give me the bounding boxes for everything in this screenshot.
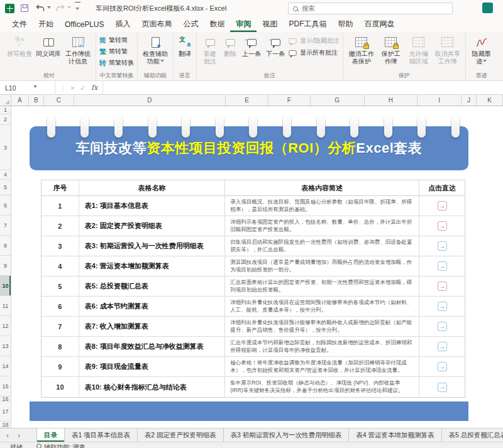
row-header[interactable]: 5 bbox=[0, 180, 11, 195]
row-no[interactable]: 4 bbox=[41, 256, 79, 276]
row-no[interactable]: 5 bbox=[41, 276, 79, 296]
account-avatar[interactable] bbox=[482, 3, 493, 13]
row-header[interactable]: 15 bbox=[0, 376, 11, 396]
translate-button[interactable]: 文a 翻译 bbox=[177, 34, 193, 58]
tab-insert[interactable]: 插入 bbox=[109, 16, 136, 32]
name-box-dropdown-icon[interactable] bbox=[33, 85, 37, 90]
row-header[interactable]: 13 bbox=[0, 336, 11, 356]
row-no[interactable]: 3 bbox=[41, 236, 79, 256]
previous-comment-button[interactable]: ← 上一条 bbox=[240, 34, 263, 58]
sheet-nav-left-icon[interactable]: ‹ bbox=[6, 431, 9, 440]
column-header-b[interactable]: B bbox=[29, 95, 44, 106]
redo-icon[interactable] bbox=[56, 4, 65, 12]
row-name[interactable]: 表2: 固定资产投资明细表 bbox=[79, 216, 225, 236]
row-name[interactable]: 表5: 总投资额汇总表 bbox=[79, 276, 225, 296]
name-box[interactable]: L10 bbox=[0, 81, 55, 94]
row-desc[interactable]: 录入项目概况、技改目标、范围及核心分析参数（如项目年限、折现率、所得税率），是后… bbox=[225, 196, 419, 216]
show-hide-comment-button[interactable]: 显示/隐藏批注 bbox=[288, 36, 340, 45]
row-header[interactable]: 17 bbox=[0, 402, 11, 422]
row-desc[interactable]: 归集项目启动和实施阶段发生的一次性费用（如培训费、咨询费、旧设备处置损失等），并… bbox=[225, 236, 419, 256]
row-name[interactable]: 表8: 项目年度效益汇总与净收益测算表 bbox=[79, 337, 225, 356]
sheet-tab-4[interactable]: 表4 营运资本增加额测算表 bbox=[349, 429, 441, 442]
row-desc[interactable]: 详细列示各项固定资产的投入，包括名称、数量、单价、总价，并计算出年折旧额和固定资… bbox=[225, 216, 419, 236]
column-header-i[interactable]: I bbox=[417, 95, 462, 106]
formula-bar-handle-icon[interactable]: ⋮ bbox=[60, 85, 66, 91]
row-desc[interactable]: 集中展示ROI、投资回收期（静态与动态）、净现值 (NPV)、内部收益率 (IR… bbox=[225, 377, 419, 397]
go-to-sheet-button[interactable]: → bbox=[438, 342, 447, 351]
sheet-tab-catalog[interactable]: 目录 bbox=[36, 429, 65, 442]
go-to-sheet-button[interactable]: → bbox=[438, 322, 447, 331]
go-to-sheet-button[interactable]: → bbox=[438, 221, 447, 231]
unprotect-sheet-button[interactable]: 撤消工作表保护 bbox=[346, 34, 377, 65]
column-header-e[interactable]: E bbox=[226, 95, 268, 106]
row-header[interactable]: 7 bbox=[0, 216, 11, 236]
row-desc[interactable]: 详细列出并量化技改项目预计能够带来的额外收入或新增的边际贡献（如产能提升、新产品… bbox=[225, 317, 419, 336]
redo-dropdown-icon[interactable] bbox=[67, 6, 71, 11]
tab-file[interactable]: 文件 bbox=[6, 16, 33, 32]
column-header-j[interactable]: J bbox=[462, 95, 477, 106]
row-header[interactable]: 14 bbox=[0, 356, 11, 376]
search-input[interactable]: 搜索 bbox=[288, 3, 453, 14]
column-header-a[interactable]: A bbox=[11, 95, 29, 106]
row-name[interactable]: 表9: 项目现金流量表 bbox=[79, 357, 225, 376]
sheet-tab-2[interactable]: 表2 固定资产投资明细表 bbox=[138, 429, 224, 442]
column-header-f[interactable]: F bbox=[268, 95, 311, 106]
undo-dropdown-icon[interactable] bbox=[47, 6, 51, 11]
sheet-canvas[interactable]: 车间技改等资本性项目投资回报（ROI）分析Excel套表 序号 表格名称 表格内… bbox=[11, 106, 503, 428]
sheet-tab-3[interactable]: 表3 初期运营投入与一次性费用明细表 bbox=[224, 429, 350, 442]
tab-pdf-tools[interactable]: PDF工具箱 bbox=[283, 16, 332, 32]
row-header[interactable]: 9 bbox=[0, 256, 11, 276]
row-header-selected[interactable]: 10 bbox=[0, 276, 11, 296]
row-header[interactable]: 2 bbox=[0, 114, 11, 125]
row-no[interactable]: 8 bbox=[41, 337, 79, 356]
traditional-to-simplified-button[interactable]: 简 繁转简 bbox=[99, 36, 128, 45]
column-header-k[interactable]: K bbox=[477, 95, 503, 106]
row-header[interactable]: 4 bbox=[0, 170, 11, 180]
protect-workbook-button[interactable]: 保护工作簿 bbox=[378, 34, 404, 65]
row-name[interactable]: 表4: 营运资本增加额测算表 bbox=[79, 256, 225, 276]
unshare-workbook-button[interactable]: 取消共享工作簿 bbox=[433, 34, 462, 65]
row-no[interactable]: 9 bbox=[41, 357, 79, 376]
row-desc[interactable]: 汇总前面表格计算出的固定资产投资、初期一次性费用和营运资本增加额，得到项目初始总… bbox=[225, 276, 419, 296]
row-desc[interactable]: 详细列出并量化技改项目在运营期间预计能够带来的各项成本节约（如材料、人工、能耗、… bbox=[225, 297, 419, 316]
select-all-corner[interactable] bbox=[0, 95, 11, 106]
go-to-sheet-button[interactable]: → bbox=[438, 261, 447, 271]
save-icon[interactable] bbox=[21, 4, 28, 12]
spell-check-button[interactable]: 字A✓ 拼写检查 bbox=[6, 34, 33, 58]
row-header[interactable]: 11 bbox=[0, 296, 11, 316]
cancel-entry-icon[interactable]: × bbox=[70, 84, 74, 92]
tab-formulas[interactable]: 公式 bbox=[177, 16, 204, 32]
simplified-traditional-convert-button[interactable]: 转 简繁转换 bbox=[99, 58, 134, 67]
column-header-g[interactable]: G bbox=[311, 95, 365, 106]
workbook-stats-button[interactable]: 123 工作簿统计信息 bbox=[64, 34, 92, 65]
row-header[interactable]: 8 bbox=[0, 236, 11, 256]
sheet-tab-5[interactable]: 表5 总投资额汇总表 bbox=[442, 429, 503, 442]
row-header[interactable]: 3 bbox=[0, 125, 11, 170]
row-desc[interactable]: 汇总年度成本节约和新增边际贡献，扣除因技改新增的运营成本、折旧摊销和所得税影响，… bbox=[225, 337, 419, 356]
simplified-to-traditional-button[interactable]: 繁 简转繁 bbox=[99, 47, 128, 56]
tab-page-layout[interactable]: 页面布局 bbox=[136, 16, 177, 32]
tab-baidu-netdisk[interactable]: 百度网盘 bbox=[358, 16, 400, 32]
tab-review[interactable]: 审阅 bbox=[230, 16, 257, 32]
thesaurus-button[interactable]: 同义词库 bbox=[35, 34, 62, 58]
confirm-entry-icon[interactable]: ✓ bbox=[80, 84, 86, 92]
row-name[interactable]: 表10: 核心财务指标汇总与结论表 bbox=[79, 377, 225, 397]
row-no[interactable]: 10 bbox=[41, 377, 79, 397]
undo-icon[interactable] bbox=[36, 4, 45, 12]
go-to-sheet-button[interactable]: → bbox=[438, 241, 447, 251]
row-name[interactable]: 表7: 收入增加测算表 bbox=[79, 317, 225, 336]
sheet-nav-right-icon[interactable]: › bbox=[18, 431, 20, 440]
tab-home[interactable]: 开始 bbox=[33, 16, 59, 32]
formula-input[interactable] bbox=[103, 81, 503, 94]
row-no[interactable]: 1 bbox=[41, 196, 79, 216]
row-desc[interactable]: 测算因技改项目（通常是产量或销量增加）而额外占用的流动资金增加额，作为项目初始投… bbox=[225, 256, 419, 276]
tab-data[interactable]: 数据 bbox=[204, 16, 230, 32]
sheet-tab-1[interactable]: 表1 项目基本信息表 bbox=[65, 429, 138, 442]
row-no[interactable]: 2 bbox=[41, 216, 79, 236]
row-header[interactable]: 18 bbox=[0, 422, 11, 428]
row-header[interactable]: 12 bbox=[0, 316, 11, 336]
insert-function-icon[interactable]: fx bbox=[91, 84, 97, 92]
go-to-sheet-button[interactable]: → bbox=[438, 383, 447, 392]
check-accessibility-button[interactable]: ★ 检查辅助功能 bbox=[141, 34, 170, 65]
row-name[interactable]: 表3: 初期运营投入与一次性费用明细表 bbox=[79, 236, 225, 256]
